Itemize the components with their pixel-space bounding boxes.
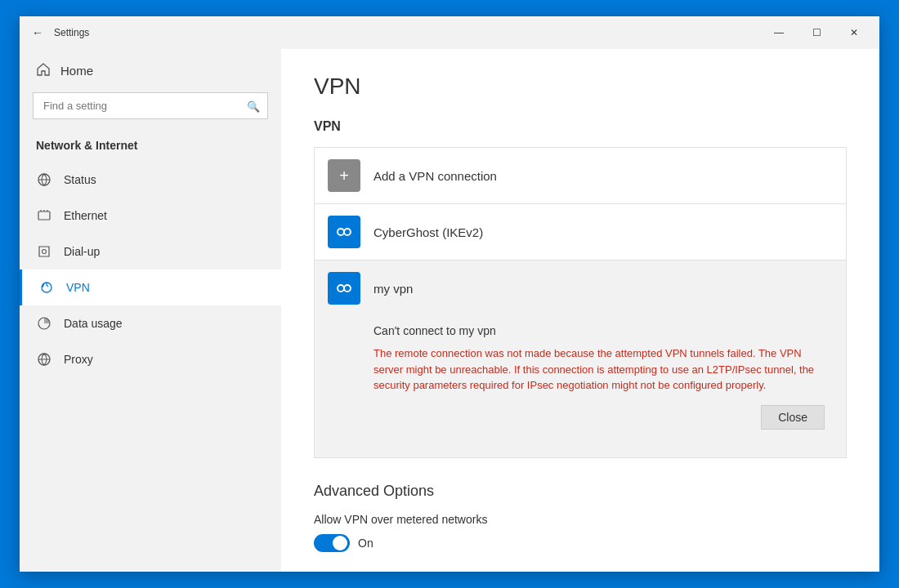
error-message: The remote connection was not made becau…	[373, 345, 833, 394]
svg-point-9	[344, 285, 351, 292]
add-vpn-label: Add a VPN connection	[373, 169, 497, 183]
myvpn-icon	[328, 272, 360, 305]
svg-rect-1	[38, 212, 50, 220]
maximize-button[interactable]: ☐	[798, 16, 835, 49]
vpn-item-cyberghost[interactable]: CyberGhost (IKEv2)	[314, 203, 847, 260]
ethernet-icon	[36, 207, 52, 224]
sidebar-item-status[interactable]: Status	[20, 162, 281, 198]
svg-point-6	[338, 229, 344, 235]
titlebar: ← Settings — ☐ ✕	[20, 16, 879, 49]
home-label: Home	[60, 64, 93, 78]
sidebar-item-data-usage[interactable]: Data usage	[20, 305, 281, 341]
sidebar-item-dialup[interactable]: Dial-up	[20, 234, 281, 270]
vpn-nav-icon	[38, 279, 55, 296]
dialup-label: Dial-up	[64, 245, 100, 258]
vpn-item-myvpn[interactable]: my vpn Can't connect to my vpn The remot…	[314, 260, 847, 458]
page-title: VPN	[314, 74, 847, 100]
vpn-nav-label: VPN	[66, 281, 90, 294]
ethernet-label: Ethernet	[64, 209, 107, 222]
myvpn-expanded-content: Can't connect to my vpn The remote conne…	[328, 318, 833, 446]
status-label: Status	[64, 173, 96, 186]
sidebar-item-proxy[interactable]: Proxy	[20, 341, 281, 377]
search-icon: 🔍	[247, 100, 260, 112]
vpn-list: + Add a VPN connection CyberGhost (IKEv2…	[314, 147, 847, 458]
sidebar: Home 🔍 Network & Internet Status	[20, 49, 281, 572]
back-button[interactable]: ←	[26, 21, 49, 44]
proxy-label: Proxy	[64, 353, 93, 366]
vpn-metered-label: Allow VPN over metered networks	[314, 513, 847, 526]
cyberghost-label: CyberGhost (IKEv2)	[373, 225, 483, 239]
status-icon	[36, 172, 52, 188]
home-icon	[36, 62, 51, 79]
window-title: Settings	[49, 27, 760, 38]
data-usage-icon	[36, 315, 52, 332]
window-controls: — ☐ ✕	[760, 16, 873, 49]
svg-point-8	[338, 285, 344, 292]
myvpn-header: my vpn	[328, 272, 833, 305]
close-button-vpn[interactable]: Close	[761, 405, 825, 430]
minimize-button[interactable]: —	[760, 16, 798, 49]
content-area: Home 🔍 Network & Internet Status	[20, 49, 879, 572]
main-content: VPN VPN + Add a VPN connection	[281, 49, 879, 572]
dialup-icon	[36, 243, 52, 260]
advanced-title: Advanced Options	[314, 483, 847, 500]
cant-connect-text: Can't connect to my vpn	[373, 324, 833, 337]
myvpn-label: my vpn	[373, 282, 413, 296]
search-input[interactable]	[33, 92, 268, 119]
toggle-row: On	[314, 534, 847, 552]
sidebar-section-title: Network & Internet	[20, 132, 281, 162]
home-item[interactable]: Home	[20, 49, 281, 92]
vpn-item-add[interactable]: + Add a VPN connection	[314, 147, 847, 203]
vpn-section-title: VPN	[314, 119, 847, 134]
sidebar-item-vpn[interactable]: VPN	[20, 270, 281, 305]
settings-window: ← Settings — ☐ ✕ Home 🔍 Network & In	[20, 16, 879, 572]
toggle-knob	[333, 536, 347, 550]
advanced-options: Advanced Options Allow VPN over metered …	[314, 483, 847, 552]
proxy-icon	[36, 351, 52, 368]
svg-point-7	[344, 229, 351, 235]
add-vpn-icon: +	[328, 159, 360, 192]
sidebar-item-ethernet[interactable]: Ethernet	[20, 198, 281, 234]
vpn-metered-toggle[interactable]	[314, 534, 350, 552]
svg-point-2	[42, 250, 47, 254]
data-usage-label: Data usage	[64, 317, 123, 330]
close-button[interactable]: ✕	[835, 16, 873, 49]
toggle-state-text: On	[358, 537, 373, 550]
search-box: 🔍	[33, 92, 268, 119]
cyberghost-icon	[328, 216, 360, 248]
